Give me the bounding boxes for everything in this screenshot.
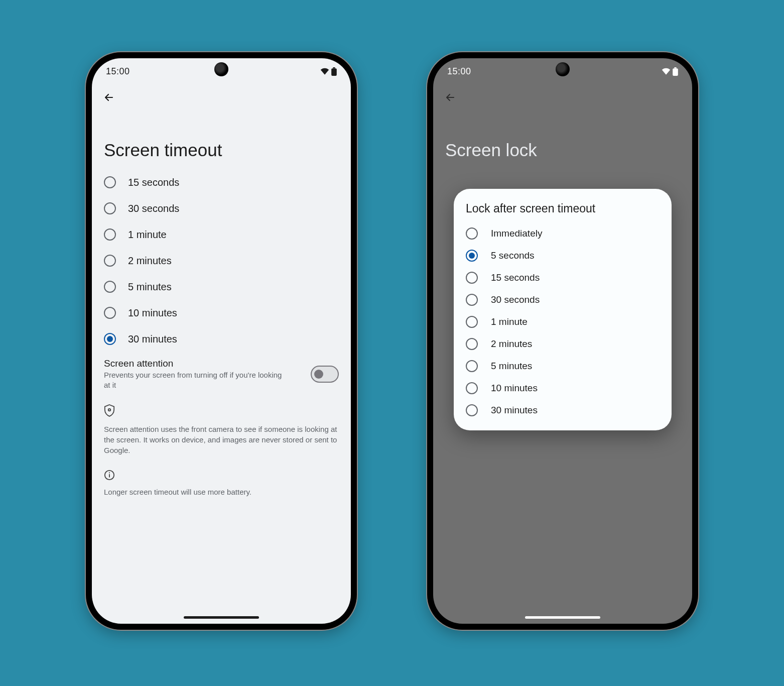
back-button[interactable] xyxy=(99,87,119,107)
radio-label: 5 seconds xyxy=(491,250,535,261)
lock-option[interactable]: 1 minute xyxy=(459,311,667,333)
radio-icon xyxy=(466,272,478,284)
radio-icon xyxy=(466,360,478,372)
radio-label: 15 seconds xyxy=(128,177,179,188)
footer-note: Longer screen timeout will use more batt… xyxy=(92,484,351,501)
radio-label: 2 minutes xyxy=(128,255,172,267)
lock-option[interactable]: 30 minutes xyxy=(459,399,667,421)
radio-icon xyxy=(104,333,116,345)
radio-label: 1 minute xyxy=(491,316,528,327)
radio-label: 10 minutes xyxy=(128,307,177,319)
wifi-icon xyxy=(320,68,329,75)
radio-label: 30 seconds xyxy=(491,294,540,305)
screen-attention-toggle[interactable] xyxy=(311,366,339,383)
lock-option[interactable]: Immediately xyxy=(459,222,667,245)
timeout-option[interactable]: 2 minutes xyxy=(97,248,346,274)
svg-rect-5 xyxy=(109,474,110,477)
radio-label: 30 seconds xyxy=(128,203,179,214)
radio-label: 15 seconds xyxy=(491,272,540,283)
page-title: Screen timeout xyxy=(92,107,351,169)
timeout-option[interactable]: 10 minutes xyxy=(97,300,346,326)
screen-attention-title: Screen attention xyxy=(104,358,285,369)
phone-screen-lock: 15:00 Screen lock xyxy=(427,52,698,630)
radio-label: 5 minutes xyxy=(128,281,172,293)
radio-icon xyxy=(466,294,478,306)
lock-option[interactable]: 30 seconds xyxy=(459,289,667,311)
timeout-option[interactable]: 5 minutes xyxy=(97,274,346,300)
lock-timeout-dialog: Lock after screen timeout Immediately5 s… xyxy=(454,189,672,430)
lock-option[interactable]: 2 minutes xyxy=(459,333,667,355)
radio-icon xyxy=(104,255,116,267)
radio-icon xyxy=(104,176,116,188)
radio-icon xyxy=(466,382,478,394)
radio-icon xyxy=(104,281,116,293)
radio-icon xyxy=(104,228,116,241)
status-time: 15:00 xyxy=(106,66,130,77)
radio-icon xyxy=(104,202,116,214)
camera-cutout xyxy=(214,62,228,76)
screen-attention-subtitle: Prevents your screen from turning off if… xyxy=(104,370,285,391)
radio-icon xyxy=(104,307,116,319)
svg-rect-0 xyxy=(333,67,335,68)
camera-cutout xyxy=(556,62,570,76)
lock-option[interactable]: 5 seconds xyxy=(459,245,667,267)
timeout-option[interactable]: 15 seconds xyxy=(97,169,346,195)
radio-label: 30 minutes xyxy=(128,333,177,345)
radio-label: 2 minutes xyxy=(491,338,532,350)
radio-label: 1 minute xyxy=(128,229,167,241)
battery-icon xyxy=(331,67,337,76)
timeout-option[interactable]: 1 minute xyxy=(97,221,346,248)
radio-icon xyxy=(466,338,478,350)
timeout-option[interactable]: 30 minutes xyxy=(97,326,346,352)
phone-screen-timeout: 15:00 Screen timeout 15 xyxy=(86,52,357,630)
radio-icon xyxy=(466,250,478,262)
lock-option[interactable]: 10 minutes xyxy=(459,377,667,399)
privacy-note: Screen attention uses the front camera t… xyxy=(92,420,351,461)
radio-label: Immediately xyxy=(491,228,542,239)
radio-icon xyxy=(466,404,478,416)
lock-option[interactable]: 15 seconds xyxy=(459,267,667,289)
radio-icon xyxy=(466,316,478,328)
svg-rect-1 xyxy=(331,68,337,76)
dialog-title: Lock after screen timeout xyxy=(459,201,667,222)
svg-rect-6 xyxy=(109,472,110,473)
svg-point-3 xyxy=(109,409,110,410)
lock-timeout-options: Immediately5 seconds15 seconds30 seconds… xyxy=(459,222,667,421)
radio-label: 5 minutes xyxy=(491,361,532,372)
timeout-option[interactable]: 30 seconds xyxy=(97,195,346,221)
arrow-left-icon xyxy=(103,91,115,103)
timeout-options: 15 seconds30 seconds1 minute2 minutes5 m… xyxy=(92,169,351,352)
screen-attention-row[interactable]: Screen attention Prevents your screen fr… xyxy=(92,352,351,395)
radio-label: 10 minutes xyxy=(491,383,538,394)
gesture-bar xyxy=(525,616,600,619)
gesture-bar xyxy=(184,616,259,619)
radio-icon xyxy=(466,227,478,240)
info-icon xyxy=(104,470,339,481)
privacy-shield-icon xyxy=(104,404,339,417)
radio-label: 30 minutes xyxy=(491,405,538,416)
lock-option[interactable]: 5 minutes xyxy=(459,355,667,377)
